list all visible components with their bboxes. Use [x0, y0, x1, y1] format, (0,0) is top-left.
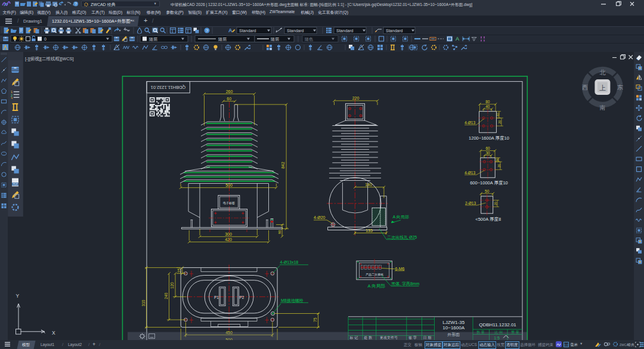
svg-text:Standard: Standard [336, 29, 354, 33]
svg-text:40: 40 [485, 104, 490, 109]
svg-text:4-Ø13x18: 4-Ø13x18 [280, 260, 299, 264]
svg-text:4-Ø13: 4-Ø13 [465, 171, 475, 175]
svg-text:A: A [456, 36, 459, 42]
svg-text:20: 20 [497, 164, 501, 168]
svg-text:135: 135 [366, 228, 373, 233]
svg-text:842: 842 [281, 162, 285, 169]
svg-text:Standard: Standard [386, 29, 403, 33]
svg-text:20: 20 [494, 202, 498, 205]
svg-text:A 向局部: A 向局部 [368, 283, 386, 289]
svg-text:20: 20 [498, 120, 501, 123]
svg-text:0: 0 [44, 37, 47, 41]
svg-text:?: ? [75, 2, 77, 6]
svg-text:80: 80 [278, 230, 281, 234]
svg-text:黑体, 字高8mm: 黑体, 字高8mm [391, 282, 420, 286]
svg-text:随色: 随色 [305, 37, 313, 42]
svg-text:6-M6: 6-M6 [395, 267, 405, 271]
svg-text:140: 140 [365, 183, 372, 187]
svg-text:600~1000A 厚度10: 600~1000A 厚度10 [470, 180, 508, 186]
svg-text:30: 30 [496, 158, 499, 162]
svg-text:40: 40 [496, 113, 500, 116]
svg-text:随层: 随层 [271, 37, 279, 42]
svg-text:Y: Y [16, 293, 20, 299]
svg-text:60: 60 [485, 146, 490, 150]
svg-text:北: 北 [599, 69, 606, 76]
svg-text:P2: P2 [240, 295, 244, 299]
svg-text:260: 260 [226, 89, 233, 94]
svg-text:4-Ø13: 4-Ø13 [465, 121, 475, 125]
svg-text:西: 西 [582, 84, 588, 91]
svg-text:随层: 随层 [149, 37, 157, 42]
svg-text:南: 南 [599, 104, 605, 111]
svg-text:东: 东 [617, 84, 623, 91]
svg-text:75: 75 [313, 317, 317, 322]
svg-text:[-][俯视][二维线框][WCS]: [-][俯视][二维线框][WCS] [25, 56, 74, 61]
svg-text:220: 220 [352, 96, 360, 100]
svg-text:30: 30 [485, 151, 490, 155]
svg-text:QDBH11.1232.01: QDBH11.1232.01 [479, 322, 516, 328]
svg-text:A 向局部: A 向局部 [393, 215, 409, 220]
svg-text:Standard: Standard [287, 29, 304, 33]
svg-text:<500A 厚度8: <500A 厚度8 [475, 217, 501, 222]
svg-text:120: 120 [170, 282, 174, 289]
svg-text:Standard: Standard [239, 29, 256, 33]
svg-text:P1: P1 [214, 295, 219, 299]
svg-text:4-Ø20: 4-Ø20 [314, 215, 326, 220]
svg-text:随层: 随层 [218, 37, 227, 42]
svg-text:上: 上 [599, 84, 606, 91]
svg-text:二次出线孔 Ø25: 二次出线孔 Ø25 [387, 235, 417, 240]
svg-text:X: X [52, 330, 55, 336]
svg-text:M8接地螺栓: M8接地螺栓 [281, 298, 304, 303]
svg-text:10~1600A: 10~1600A [442, 325, 465, 331]
svg-text:A: A [228, 27, 233, 33]
svg-text:电子标签: 电子标签 [223, 201, 235, 205]
svg-text:500: 500 [225, 183, 233, 187]
svg-text:420: 420 [225, 237, 232, 242]
svg-text:80: 80 [485, 100, 490, 104]
svg-text:310: 310 [141, 299, 145, 306]
svg-text:2-Ø13: 2-Ø13 [465, 201, 476, 205]
svg-text:产品二次接线: 产品二次接线 [366, 273, 383, 276]
svg-text:0.0: 0.0 [564, 342, 568, 346]
svg-text:QDBH11.1232.01: QDBH11.1232.01 [151, 85, 186, 90]
svg-text:50: 50 [485, 189, 490, 193]
svg-text:300: 300 [225, 232, 232, 236]
svg-text:1200~1600A 厚度10: 1200~1600A 厚度10 [469, 135, 509, 141]
svg-text:25: 25 [177, 268, 181, 273]
svg-text:60: 60 [227, 97, 231, 101]
svg-text:240: 240 [164, 292, 168, 299]
